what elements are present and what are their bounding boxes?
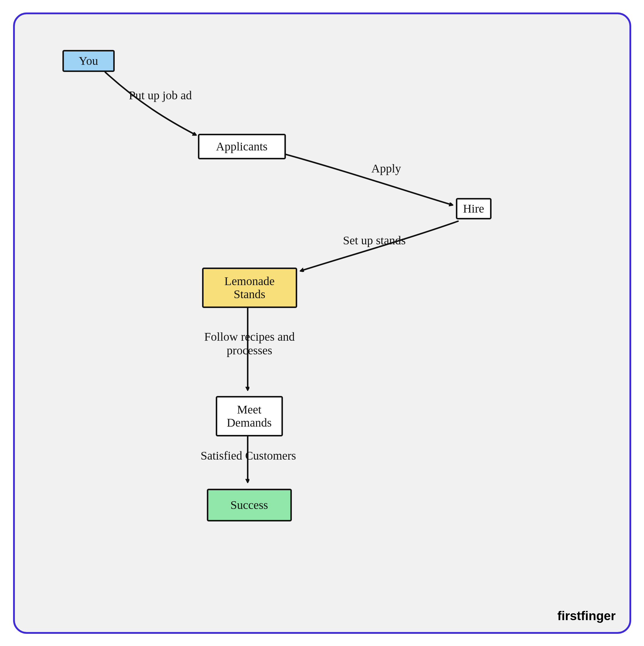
node-success: Success [207, 489, 292, 521]
watermark: firstfinger [557, 609, 616, 623]
node-applicants: Applicants [198, 134, 286, 159]
label-apply: Apply [363, 162, 410, 176]
arrow-layer [15, 14, 629, 632]
label-satisfied: Satisfied Customers [180, 449, 317, 462]
diagram-wrapper: You Applicants Hire Lemonade Stands Meet… [0, 0, 644, 646]
node-hire: Hire [456, 198, 492, 219]
node-lemonade: Lemonade Stands [202, 267, 297, 308]
arrow-jobad [105, 72, 196, 135]
label-setup: Set up stands [324, 234, 425, 247]
label-follow: Follow recipes and processes [181, 330, 318, 357]
diagram-frame: You Applicants Hire Lemonade Stands Meet… [13, 12, 631, 634]
label-jobad: Put up job ad [107, 89, 214, 102]
node-you: You [62, 50, 115, 72]
node-meet: Meet Demands [216, 396, 283, 436]
